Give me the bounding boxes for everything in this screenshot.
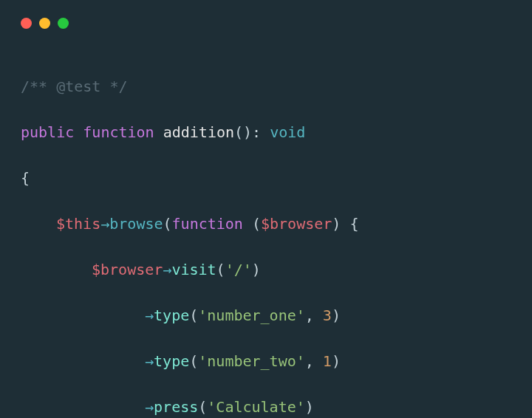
code-block: /** @test */ public function addition():… [21, 52, 511, 418]
maximize-icon[interactable] [58, 18, 69, 29]
keyword-public: public [21, 123, 74, 141]
keyword-function: function [83, 123, 154, 141]
string-calculate: 'Calculate' [207, 398, 304, 416]
var-this: $this [56, 215, 100, 233]
string-number-two: 'number_two' [198, 352, 305, 370]
function-name: addition [163, 123, 234, 141]
keyword-closure: function [172, 215, 243, 233]
var-browser: $browser [92, 261, 163, 278]
method-type: type [154, 352, 189, 370]
close-icon[interactable] [21, 18, 32, 29]
minimize-icon[interactable] [39, 18, 50, 29]
method-type: type [154, 306, 189, 324]
string-number-one: 'number_one' [198, 306, 305, 324]
method-press: press [154, 398, 198, 416]
return-type: void [270, 123, 305, 141]
number-1: 1 [323, 352, 332, 370]
method-visit: visit [171, 261, 216, 278]
brace-open: { [21, 169, 30, 187]
var-browser: $browser [261, 215, 332, 233]
comment: /** @test */ [21, 78, 128, 95]
number-3: 3 [323, 306, 332, 324]
window-controls [21, 18, 511, 29]
string-visit: '/' [225, 261, 252, 278]
method-browse: browse [109, 215, 163, 233]
